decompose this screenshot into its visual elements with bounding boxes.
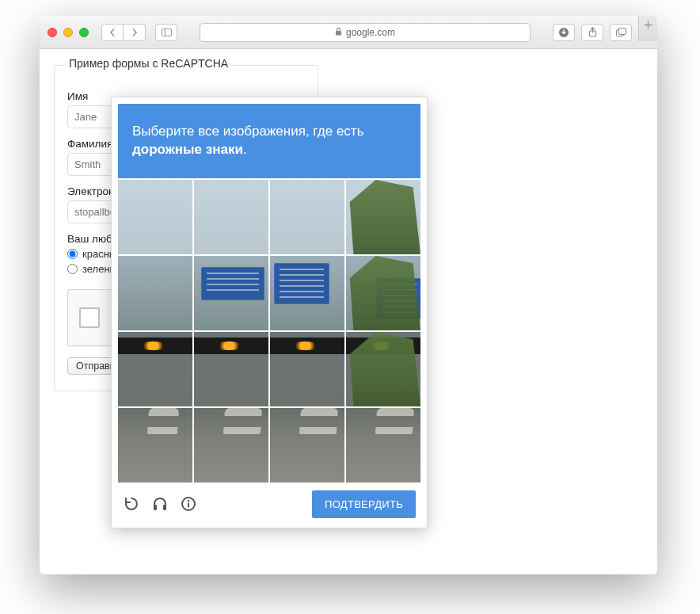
new-tab-button[interactable] (638, 16, 657, 41)
form-legend: Пример формы с ReCAPTCHA (66, 57, 231, 70)
tile-1-4[interactable] (346, 180, 420, 254)
radio-green[interactable] (67, 264, 78, 274)
close-window-button[interactable] (48, 28, 57, 37)
tabs-icon (616, 28, 626, 36)
sidebar-toggle-group (155, 24, 177, 41)
svg-rect-11 (188, 503, 189, 508)
tile-3-3[interactable] (270, 332, 344, 406)
tile-3-1[interactable] (118, 332, 192, 406)
downloads-button[interactable] (553, 24, 575, 41)
instruction-target: дорожные знаки (132, 142, 243, 157)
chevron-left-icon (108, 29, 116, 36)
challenge-grid (118, 180, 420, 482)
tile-4-2[interactable] (194, 408, 268, 482)
recaptcha-checkbox[interactable] (79, 307, 100, 328)
tile-3-4[interactable] (346, 332, 420, 406)
svg-rect-6 (618, 29, 626, 35)
audio-challenge-button[interactable] (151, 495, 169, 513)
page-content: Пример формы с ReCAPTCHA Имя Фамилия Эле… (40, 49, 657, 574)
tile-2-3[interactable] (270, 256, 344, 330)
tile-3-2[interactable] (194, 332, 268, 406)
svg-rect-7 (154, 505, 157, 510)
tile-2-2[interactable] (194, 256, 268, 330)
svg-point-10 (188, 500, 189, 501)
share-button[interactable] (581, 24, 603, 41)
instruction-suffix: . (243, 142, 247, 157)
tabs-button[interactable] (610, 24, 632, 41)
tile-1-3[interactable] (270, 180, 344, 254)
tile-2-1[interactable] (118, 256, 192, 330)
challenge-footer: ПОДТВЕРДИТЬ (118, 482, 420, 521)
recaptcha-challenge: Выберите все изображения, где есть дорож… (111, 97, 428, 528)
info-button[interactable] (180, 495, 197, 513)
back-button[interactable] (101, 24, 124, 41)
minimize-window-button[interactable] (63, 28, 73, 37)
radio-red[interactable] (67, 249, 78, 259)
address-bar[interactable]: google.com (200, 23, 531, 42)
challenge-instruction: Выберите все изображения, где есть дорож… (118, 104, 420, 178)
sidebar-toggle-button[interactable] (155, 24, 177, 41)
instruction-prefix: Выберите все изображения, где есть (132, 124, 364, 139)
reload-challenge-button[interactable] (123, 495, 140, 513)
plus-icon (644, 21, 652, 29)
toolbar-right (553, 24, 632, 41)
share-icon (588, 27, 597, 37)
svg-rect-2 (336, 31, 341, 36)
titlebar: google.com (40, 16, 657, 49)
chevron-right-icon (131, 29, 139, 36)
tile-4-4[interactable] (346, 408, 420, 482)
url-text: google.com (346, 27, 395, 38)
info-icon (181, 496, 196, 512)
verify-button[interactable]: ПОДТВЕРДИТЬ (312, 490, 416, 518)
download-icon (558, 27, 569, 38)
headphones-icon (152, 496, 168, 512)
window-controls (48, 28, 89, 37)
tile-1-2[interactable] (194, 180, 268, 254)
tile-2-4[interactable] (346, 256, 420, 330)
nav-back-forward (101, 24, 146, 41)
svg-rect-0 (162, 29, 171, 36)
svg-rect-8 (163, 505, 166, 510)
tile-4-3[interactable] (270, 408, 344, 482)
forward-button[interactable] (124, 24, 146, 41)
tile-1-1[interactable] (118, 180, 192, 254)
sidebar-icon (162, 29, 172, 36)
maximize-window-button[interactable] (79, 28, 89, 37)
tile-4-1[interactable] (118, 408, 192, 482)
lock-icon (335, 28, 342, 37)
reload-icon (124, 496, 139, 512)
browser-window: google.com Пример формы с ReCAPTCHA Имя … (40, 16, 657, 574)
